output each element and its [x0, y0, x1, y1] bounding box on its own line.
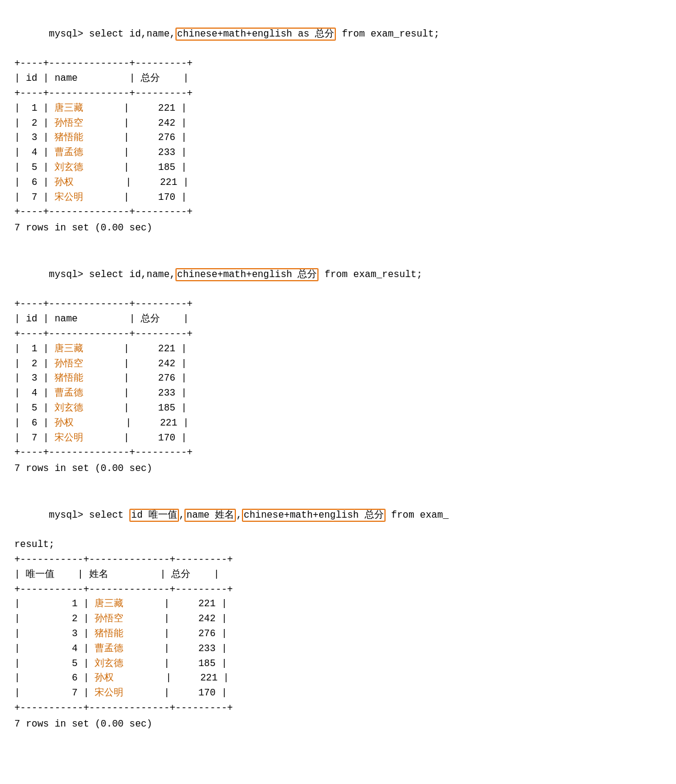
highlight-name-3: name 姓名	[184, 509, 236, 522]
table-separator-top-1: +----+--------------+---------+	[14, 56, 662, 71]
table-header-2: | id | name | 总分 |	[14, 312, 662, 327]
rows-count-3: 7 rows in set (0.00 sec)	[14, 717, 662, 732]
prompt-2: mysql> select id,name,	[49, 269, 175, 280]
highlight-total-3: chinese+math+english 总分	[242, 509, 386, 522]
table-row: | 5 | 刘玄德 | 185 |	[14, 160, 662, 175]
table-separator-top-2: +----+--------------+---------+	[14, 297, 662, 312]
terminal-output: mysql> select id,name,chinese+math+engli…	[14, 12, 662, 732]
table-row: | 5 | 刘玄德 | 185 |	[14, 401, 662, 416]
table-row: | 3 | 猪悟能 | 276 |	[14, 130, 662, 145]
table-row: | 1 | 唐三藏 | 221 |	[14, 597, 662, 612]
query-block-1: mysql> select id,name,chinese+math+engli…	[14, 12, 662, 236]
sql-command-1: mysql> select id,name,chinese+math+engli…	[14, 12, 662, 56]
query-block-3: mysql> select id 唯一值,name 姓名,chinese+mat…	[14, 493, 662, 732]
highlight-alias-1: chinese+math+english as 总分	[175, 28, 336, 41]
query-block-2: mysql> select id,name,chinese+math+engli…	[14, 253, 662, 476]
table-row: | 2 | 孙悟空 | 242 |	[14, 612, 662, 627]
table-row: | 6 | 孙权 | 221 |	[14, 416, 662, 431]
table-separator-bot-2: +----+--------------+---------+	[14, 445, 662, 460]
rows-count-2: 7 rows in set (0.00 sec)	[14, 461, 662, 476]
table-row: | 4 | 曹孟德 | 233 |	[14, 386, 662, 401]
table-row: | 7 | 宋公明 | 170 |	[14, 431, 662, 446]
table-separator-bot-3: +-----------+--------------+---------+	[14, 701, 662, 716]
table-row: | 1 | 唐三藏 | 221 |	[14, 101, 662, 116]
after-1: from exam_result;	[336, 29, 439, 39]
table-header-3: | 唯一值 | 姓名 | 总分 |	[14, 567, 662, 582]
prompt-3: mysql> select	[49, 510, 129, 521]
result-line: result;	[14, 539, 54, 550]
table-header-1: | id | name | 总分 |	[14, 71, 662, 86]
after-3: from exam_	[386, 510, 449, 521]
table-separator-mid-1: +----+--------------+---------+	[14, 86, 662, 101]
table-row: | 3 | 猪悟能 | 276 |	[14, 371, 662, 386]
table-row: | 4 | 曹孟德 | 233 |	[14, 145, 662, 160]
sql-command-3-line2: result;	[14, 537, 662, 552]
table-separator-bot-1: +----+--------------+---------+	[14, 205, 662, 220]
table-separator-mid-2: +----+--------------+---------+	[14, 327, 662, 342]
highlight-id-3: id 唯一值	[129, 509, 179, 522]
table-separator-mid-3: +-----------+--------------+---------+	[14, 582, 662, 597]
table-separator-top-3: +-----------+--------------+---------+	[14, 552, 662, 567]
sql-command-2: mysql> select id,name,chinese+math+engli…	[14, 253, 662, 297]
table-row: | 2 | 孙悟空 | 242 |	[14, 116, 662, 131]
table-row: | 6 | 孙权 | 221 |	[14, 175, 662, 190]
table-row: | 7 | 宋公明 | 170 |	[14, 686, 662, 701]
table-row: | 4 | 曹孟德 | 233 |	[14, 642, 662, 657]
table-row: | 3 | 猪悟能 | 276 |	[14, 627, 662, 642]
between2-3: ,	[236, 510, 242, 521]
highlight-noas-2: chinese+math+english 总分	[175, 268, 319, 281]
between1-3: ,	[179, 510, 185, 521]
table-row: | 6 | 孙权 | 221 |	[14, 671, 662, 686]
prompt-1: mysql> select id,name,	[49, 29, 175, 39]
table-row: | 1 | 唐三藏 | 221 |	[14, 342, 662, 357]
after-2: from exam_result;	[319, 269, 422, 280]
sql-command-3-line1: mysql> select id 唯一值,name 姓名,chinese+mat…	[14, 493, 662, 537]
rows-count-1: 7 rows in set (0.00 sec)	[14, 221, 662, 236]
table-row: | 2 | 孙悟空 | 242 |	[14, 357, 662, 372]
table-row: | 7 | 宋公明 | 170 |	[14, 190, 662, 205]
table-row: | 5 | 刘玄德 | 185 |	[14, 657, 662, 671]
